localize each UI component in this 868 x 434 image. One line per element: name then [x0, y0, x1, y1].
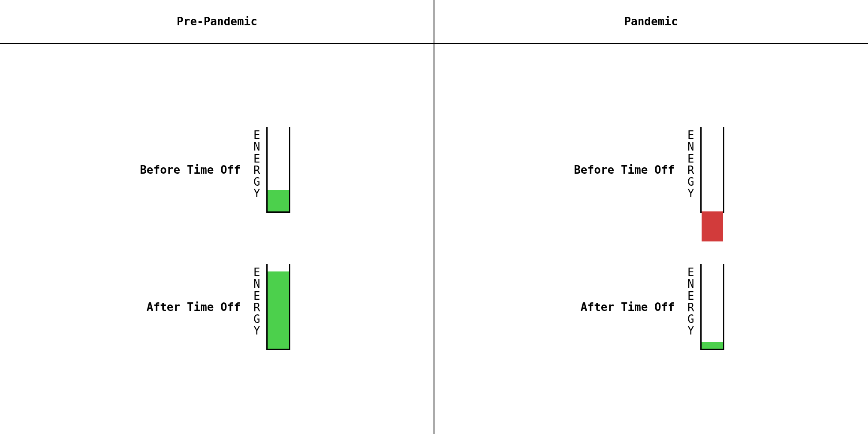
axis-label-energy: ENERGY: [253, 127, 260, 200]
energy-gauge: ENERGY: [253, 264, 305, 350]
axis-label-energy: ENERGY: [687, 264, 694, 337]
gauge-tube: [266, 127, 290, 213]
horizontal-divider: [0, 43, 868, 44]
comparison-grid: Pre-Pandemic Pandemic Before Time Off EN…: [0, 0, 868, 434]
axis-label-energy: ENERGY: [253, 264, 260, 337]
row-left-before: Before Time Off ENERGY: [26, 127, 408, 213]
energy-gauge: ENERGY: [687, 127, 739, 213]
row-left-after: After Time Off ENERGY: [26, 264, 408, 350]
axis-label-energy: ENERGY: [687, 127, 694, 200]
gauge-fill: [268, 271, 289, 349]
panel-pre-pandemic: Before Time Off ENERGY After Time Off EN…: [0, 43, 434, 434]
row-right-after: After Time Off ENERGY: [460, 264, 842, 350]
energy-gauge: ENERGY: [253, 127, 305, 213]
vertical-divider: [434, 0, 434, 434]
panel-pandemic: Before Time Off ENERGY After Time Off EN…: [434, 43, 868, 434]
column-header-left: Pre-Pandemic: [0, 0, 434, 43]
gauge-fill: [268, 190, 289, 211]
row-label: After Time Off: [129, 301, 241, 313]
row-label: Before Time Off: [563, 163, 675, 176]
gauge-fill: [702, 342, 723, 349]
energy-gauge: ENERGY: [687, 264, 739, 350]
gauge-tube: [700, 127, 724, 213]
gauge-fill-overflow: [702, 211, 723, 241]
row-right-before: Before Time Off ENERGY: [460, 127, 842, 213]
gauge-tube: [266, 264, 290, 350]
column-header-right: Pandemic: [434, 0, 868, 43]
gauge-tube: [700, 264, 724, 350]
row-label: After Time Off: [563, 301, 675, 313]
row-label: Before Time Off: [129, 163, 241, 176]
